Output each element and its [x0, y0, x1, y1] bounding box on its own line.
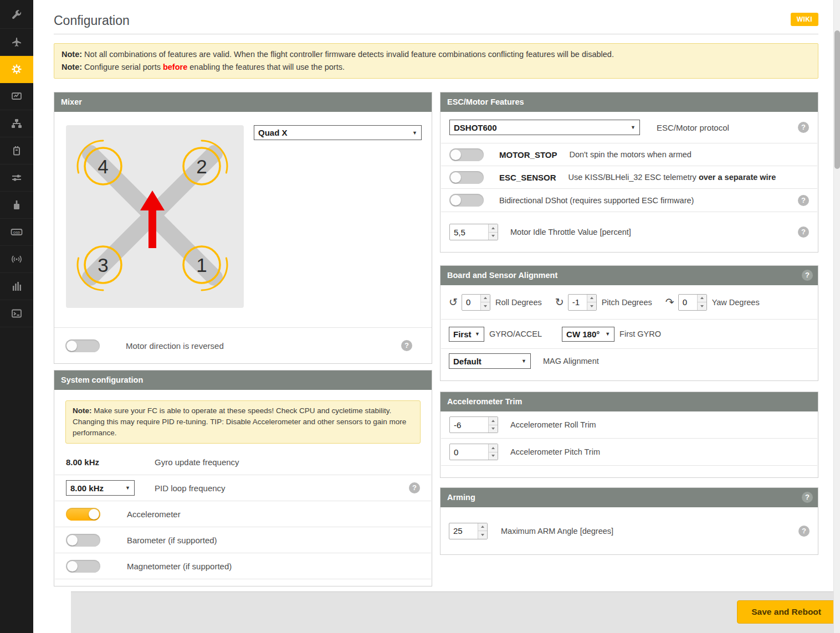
gyro-frequency-label: Gyro update frequency	[155, 457, 239, 467]
help-icon[interactable]: ?	[802, 492, 813, 503]
sidebar-item-flight[interactable]	[0, 29, 33, 56]
top-note: Note: Not all combinations of features a…	[54, 43, 818, 79]
max-arm-angle-label: Maximum ARM Angle [degrees]	[501, 527, 613, 536]
gyro-accel-select[interactable]: First ▼	[449, 327, 484, 342]
spinner[interactable]	[488, 417, 498, 433]
motor-idle-row: 5,5 Motor Idle Throttle Value [percent] …	[441, 212, 817, 252]
accelerometer-row: Accelerometer	[55, 501, 431, 527]
monitor-icon	[11, 91, 22, 102]
scrollbar[interactable]	[833, 0, 840, 633]
pid-frequency-select[interactable]: 8.00 kHz ▼	[66, 480, 135, 496]
help-icon[interactable]: ?	[401, 340, 412, 351]
accelerometer-toggle[interactable]	[66, 508, 100, 521]
sidebar-item-motors[interactable]	[0, 192, 33, 219]
sidebar-item-osd[interactable]: OSD	[0, 219, 33, 246]
sidebar-item-blackbox[interactable]	[0, 273, 33, 300]
alignment-degrees-row: ↺ 0 Roll Degrees ↻ -1	[441, 285, 817, 320]
roll-degrees-input[interactable]: 0	[462, 294, 490, 311]
pitch-trim-input[interactable]: 0	[449, 444, 498, 460]
system-panel-header: System configuration	[54, 370, 432, 390]
scrollbar-thumb[interactable]	[834, 30, 840, 169]
note-line-1: Note: Not all combinations of features a…	[62, 48, 811, 61]
help-icon[interactable]: ?	[798, 526, 810, 537]
sidebar-item-configuration[interactable]	[0, 56, 33, 83]
spinner[interactable]	[697, 295, 706, 310]
magnetometer-label: Magnetometer (if supported)	[127, 562, 232, 571]
chevron-down-icon: ▼	[631, 125, 636, 130]
spinner[interactable]	[480, 295, 490, 310]
arming-panel-header: Arming?	[441, 488, 818, 507]
note-line-2: Note: Configure serial ports before enab…	[62, 61, 811, 74]
max-arm-angle-input[interactable]: 25	[449, 523, 488, 539]
yaw-degrees-input[interactable]: 0	[678, 294, 707, 311]
gyro-frequency-value: 8.00 kHz	[66, 457, 99, 467]
plane-icon	[11, 37, 22, 48]
sidebar-item-setup[interactable]	[0, 2, 33, 29]
arming-panel: Arming? 25 Maximum ARM Angle [degrees] ?	[440, 487, 818, 555]
esc-sensor-toggle[interactable]	[449, 171, 484, 184]
spinner[interactable]	[587, 295, 596, 310]
yaw-degrees-label: Yaw Degrees	[712, 298, 760, 307]
spinner[interactable]	[488, 444, 498, 460]
osd-icon: OSD	[11, 227, 23, 238]
accelerometer-label: Accelerometer	[127, 510, 181, 519]
mixer-panel: Mixer	[54, 92, 432, 364]
help-icon[interactable]: ?	[798, 227, 809, 238]
main-content: Configuration WIKI Note: Not all combina…	[35, 0, 840, 633]
roll-icon: ↺	[449, 296, 458, 308]
roll-trim-input[interactable]: -6	[449, 416, 498, 433]
barometer-row: Barometer (if supported)	[55, 527, 431, 553]
help-icon[interactable]: ?	[802, 270, 813, 281]
mag-alignment-label: MAG Alignment	[543, 357, 599, 366]
sidebar-item-tuning[interactable]	[0, 164, 33, 192]
motor-stop-toggle[interactable]	[449, 148, 484, 161]
esc-sensor-desc: Use KISS/BLHeli_32 ESC telemetry over a …	[568, 173, 776, 182]
first-gyro-select[interactable]: CW 180° ▼	[562, 327, 614, 342]
trim-panel-header: Accelerometer Trim	[441, 392, 818, 411]
barometer-toggle[interactable]	[66, 534, 100, 547]
gyro-accel-label: GYRO/ACCEL	[489, 330, 542, 338]
pid-frequency-label: PID loop frequency	[155, 483, 226, 493]
system-note: Note: Make sure your FC is able to opera…	[65, 400, 421, 444]
motor-number-4: 4	[98, 156, 108, 177]
alignment-panel-header: Board and Sensor Alignment?	[441, 266, 818, 285]
spinner[interactable]	[478, 523, 487, 539]
motor-idle-label: Motor Idle Throttle Value [percent]	[510, 228, 631, 236]
pitch-trim-label: Accelerometer Pitch Trim	[510, 447, 600, 456]
esc-motor-panel: ESC/Motor Features DSHOT600 ▼ ESC/Motor …	[440, 92, 818, 253]
board-alignment-panel: Board and Sensor Alignment? ↺ 0 Roll Deg…	[440, 265, 818, 381]
sidebar-item-power[interactable]	[0, 137, 33, 164]
page-title: Configuration	[54, 13, 130, 28]
bidirectional-dshot-toggle[interactable]	[449, 194, 484, 207]
motor-direction-toggle[interactable]	[65, 339, 100, 352]
motor-number-2: 2	[196, 156, 207, 177]
page-header: Configuration WIKI	[54, 0, 818, 34]
spinner[interactable]	[488, 224, 498, 240]
chevron-down-icon: ▼	[475, 331, 480, 337]
battery-icon	[11, 145, 22, 156]
sidebar-item-network[interactable]	[0, 110, 33, 137]
motor-stop-row: MOTOR_STOP Don't spin the motors when ar…	[441, 143, 817, 166]
help-icon[interactable]: ?	[798, 122, 809, 133]
motor-stop-name: MOTOR_STOP	[499, 150, 557, 159]
pitch-degrees-input[interactable]: -1	[568, 294, 597, 311]
mag-alignment-select[interactable]: Default ▼	[449, 353, 531, 369]
bars-icon	[11, 281, 22, 292]
pitch-icon: ↻	[555, 296, 564, 308]
esc-protocol-row: DSHOT600 ▼ ESC/Motor protocol ?	[441, 112, 817, 143]
sidebar-item-cli[interactable]	[0, 300, 33, 327]
save-and-reboot-button[interactable]: Save and Reboot	[737, 600, 836, 624]
help-icon[interactable]: ?	[409, 482, 420, 493]
motor-idle-input[interactable]: 5,5	[449, 224, 498, 240]
pitch-degrees-label: Pitch Degrees	[602, 298, 652, 307]
wiki-button[interactable]: WIKI	[791, 13, 818, 26]
antenna-icon	[11, 254, 22, 265]
esc-protocol-select[interactable]: DSHOT600 ▼	[449, 120, 640, 135]
mixer-type-select[interactable]: Quad X ▼	[254, 125, 422, 140]
sidebar-item-graphs[interactable]	[0, 83, 33, 110]
magnetometer-toggle[interactable]	[66, 560, 100, 573]
help-icon[interactable]: ?	[798, 195, 809, 206]
motor-direction-label: Motor direction is reversed	[126, 341, 224, 351]
wrench-icon	[11, 9, 22, 20]
sidebar-item-vtx[interactable]	[0, 246, 33, 273]
